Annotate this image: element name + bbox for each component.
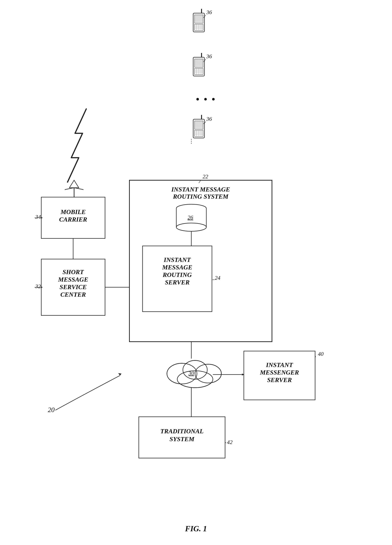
cloud xyxy=(167,360,221,388)
svg-text:40: 40 xyxy=(318,351,324,357)
svg-text:INSTANT MESSAGE: INSTANT MESSAGE xyxy=(171,186,230,193)
svg-text:22: 22 xyxy=(203,173,208,180)
svg-text:30: 30 xyxy=(188,370,194,376)
svg-rect-52 xyxy=(201,115,202,119)
svg-text:MESSAGE: MESSAGE xyxy=(162,264,193,271)
svg-text:TRADITIONAL: TRADITIONAL xyxy=(160,428,204,435)
svg-rect-25 xyxy=(201,53,202,57)
svg-text:• • •: • • • xyxy=(196,94,216,104)
svg-text:SYSTEM: SYSTEM xyxy=(169,436,195,442)
svg-text:SERVER: SERVER xyxy=(165,279,190,286)
svg-text:26: 26 xyxy=(187,214,193,220)
svg-text:INSTANT: INSTANT xyxy=(163,256,191,263)
svg-text:34: 34 xyxy=(35,214,41,220)
svg-text:CENTER: CENTER xyxy=(60,291,86,298)
ref-36-1: 36 xyxy=(206,9,212,15)
svg-text:MESSENGER: MESSENGER xyxy=(260,369,299,376)
svg-text:SHORT: SHORT xyxy=(62,268,84,275)
svg-text:32: 32 xyxy=(35,283,41,289)
svg-marker-143 xyxy=(118,373,121,376)
svg-text:MESSAGE: MESSAGE xyxy=(58,276,88,283)
svg-text:ROUTING: ROUTING xyxy=(163,271,192,278)
svg-marker-81 xyxy=(69,180,79,188)
svg-text:24: 24 xyxy=(215,275,220,281)
svg-text:ROUTING SYSTEM: ROUTING SYSTEM xyxy=(173,193,229,200)
svg-text:CARRIER: CARRIER xyxy=(59,216,87,223)
svg-text:INSTANT: INSTANT xyxy=(266,361,293,368)
fig-label: FIG. 1 xyxy=(185,524,207,533)
svg-text:MOBILE: MOBILE xyxy=(60,208,86,215)
diagram: 36 xyxy=(0,0,392,545)
svg-text:36: 36 xyxy=(206,53,212,59)
svg-text:36: 36 xyxy=(206,116,212,122)
svg-text:SERVICE: SERVICE xyxy=(60,284,87,291)
svg-rect-0 xyxy=(201,9,202,13)
svg-text:SERVER: SERVER xyxy=(267,376,292,383)
diagram-svg: 36 xyxy=(0,0,392,545)
svg-text:20: 20 xyxy=(48,406,54,414)
svg-point-107 xyxy=(176,223,206,231)
svg-text:42: 42 xyxy=(227,439,233,445)
